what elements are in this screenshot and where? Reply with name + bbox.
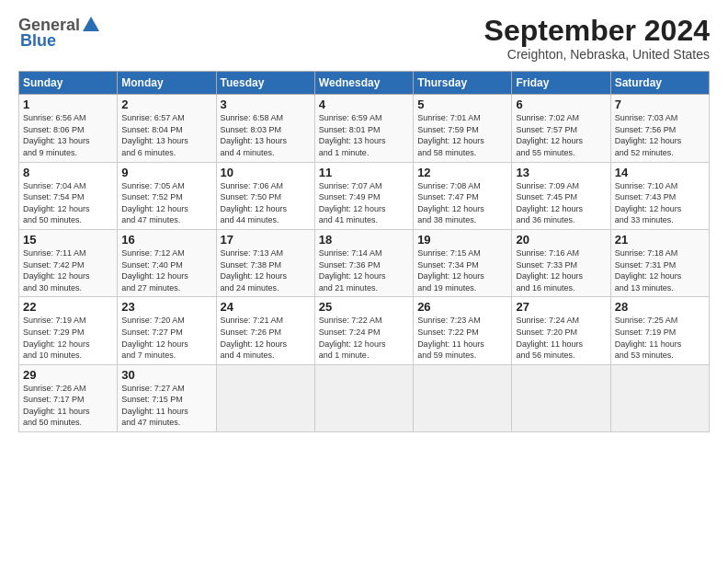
day-number: 9 bbox=[121, 166, 211, 179]
calendar-cell: 19Sunrise: 7:15 AMSunset: 7:34 PMDayligh… bbox=[414, 229, 512, 296]
calendar-cell bbox=[610, 364, 709, 431]
day-info: Sunrise: 7:01 AMSunset: 7:59 PMDaylight:… bbox=[417, 112, 507, 158]
day-info: Sunrise: 7:20 AMSunset: 7:27 PMDaylight:… bbox=[121, 315, 211, 361]
day-info: Sunrise: 7:19 AMSunset: 7:29 PMDaylight:… bbox=[23, 315, 113, 361]
calendar-cell: 13Sunrise: 7:09 AMSunset: 7:45 PMDayligh… bbox=[512, 162, 610, 229]
calendar-cell: 27Sunrise: 7:24 AMSunset: 7:20 PMDayligh… bbox=[512, 297, 610, 364]
calendar-table: SundayMondayTuesdayWednesdayThursdayFrid… bbox=[18, 71, 710, 432]
day-number: 6 bbox=[516, 98, 606, 111]
day-info: Sunrise: 7:06 AMSunset: 7:50 PMDaylight:… bbox=[221, 180, 311, 226]
calendar-cell: 12Sunrise: 7:08 AMSunset: 7:47 PMDayligh… bbox=[414, 162, 512, 229]
day-number: 1 bbox=[23, 98, 113, 111]
week-row-2: 8Sunrise: 7:04 AMSunset: 7:54 PMDaylight… bbox=[19, 162, 710, 229]
calendar-title: September 2024 bbox=[484, 15, 710, 47]
calendar-cell: 11Sunrise: 7:07 AMSunset: 7:49 PMDayligh… bbox=[314, 162, 413, 229]
day-number: 18 bbox=[319, 233, 409, 247]
calendar-cell: 6Sunrise: 7:02 AMSunset: 7:57 PMDaylight… bbox=[512, 95, 610, 162]
calendar-cell: 18Sunrise: 7:14 AMSunset: 7:36 PMDayligh… bbox=[314, 229, 413, 296]
day-number: 11 bbox=[319, 166, 409, 179]
header-day-sunday: Sunday bbox=[19, 72, 118, 95]
header-day-monday: Monday bbox=[118, 72, 216, 95]
calendar-cell: 20Sunrise: 7:16 AMSunset: 7:33 PMDayligh… bbox=[512, 229, 610, 296]
logo: General Blue bbox=[18, 15, 102, 51]
day-info: Sunrise: 7:12 AMSunset: 7:40 PMDaylight:… bbox=[121, 247, 211, 293]
svg-marker-0 bbox=[83, 17, 99, 31]
week-row-1: 1Sunrise: 6:56 AMSunset: 8:06 PMDaylight… bbox=[19, 95, 710, 162]
day-info: Sunrise: 7:02 AMSunset: 7:57 PMDaylight:… bbox=[516, 112, 606, 158]
day-info: Sunrise: 7:16 AMSunset: 7:33 PMDaylight:… bbox=[516, 247, 606, 293]
day-number: 2 bbox=[121, 98, 211, 111]
day-info: Sunrise: 7:13 AMSunset: 7:38 PMDaylight:… bbox=[221, 247, 311, 293]
title-block: September 2024 Creighton, Nebraska, Unit… bbox=[484, 15, 710, 62]
day-info: Sunrise: 6:56 AMSunset: 8:06 PMDaylight:… bbox=[23, 112, 113, 158]
header-day-saturday: Saturday bbox=[610, 72, 709, 95]
day-number: 3 bbox=[221, 98, 311, 111]
day-number: 4 bbox=[319, 98, 409, 111]
day-number: 22 bbox=[23, 300, 113, 314]
day-info: Sunrise: 7:09 AMSunset: 7:45 PMDaylight:… bbox=[516, 180, 606, 226]
day-number: 10 bbox=[221, 166, 311, 179]
calendar-cell: 7Sunrise: 7:03 AMSunset: 7:56 PMDaylight… bbox=[610, 95, 709, 162]
day-info: Sunrise: 7:03 AMSunset: 7:56 PMDaylight:… bbox=[615, 112, 705, 158]
day-info: Sunrise: 7:15 AMSunset: 7:34 PMDaylight:… bbox=[417, 247, 507, 293]
calendar-cell: 17Sunrise: 7:13 AMSunset: 7:38 PMDayligh… bbox=[216, 229, 314, 296]
calendar-cell: 1Sunrise: 6:56 AMSunset: 8:06 PMDaylight… bbox=[19, 95, 118, 162]
calendar-cell: 14Sunrise: 7:10 AMSunset: 7:43 PMDayligh… bbox=[610, 162, 709, 229]
day-number: 12 bbox=[417, 166, 507, 179]
day-info: Sunrise: 7:22 AMSunset: 7:24 PMDaylight:… bbox=[319, 315, 409, 361]
calendar-cell: 10Sunrise: 7:06 AMSunset: 7:50 PMDayligh… bbox=[216, 162, 314, 229]
calendar-cell: 28Sunrise: 7:25 AMSunset: 7:19 PMDayligh… bbox=[610, 297, 709, 364]
calendar-cell: 24Sunrise: 7:21 AMSunset: 7:26 PMDayligh… bbox=[216, 297, 314, 364]
week-row-5: 29Sunrise: 7:26 AMSunset: 7:17 PMDayligh… bbox=[19, 364, 710, 431]
calendar-cell: 15Sunrise: 7:11 AMSunset: 7:42 PMDayligh… bbox=[19, 229, 118, 296]
day-number: 15 bbox=[23, 233, 113, 247]
day-number: 16 bbox=[121, 233, 211, 247]
day-number: 23 bbox=[121, 300, 211, 314]
calendar-cell: 26Sunrise: 7:23 AMSunset: 7:22 PMDayligh… bbox=[414, 297, 512, 364]
calendar-cell: 8Sunrise: 7:04 AMSunset: 7:54 PMDaylight… bbox=[19, 162, 118, 229]
calendar-cell: 23Sunrise: 7:20 AMSunset: 7:27 PMDayligh… bbox=[118, 297, 216, 364]
day-info: Sunrise: 7:04 AMSunset: 7:54 PMDaylight:… bbox=[23, 180, 113, 226]
day-number: 28 bbox=[615, 300, 705, 314]
calendar-cell bbox=[216, 364, 314, 431]
calendar-cell: 4Sunrise: 6:59 AMSunset: 8:01 PMDaylight… bbox=[314, 95, 413, 162]
calendar-cell: 25Sunrise: 7:22 AMSunset: 7:24 PMDayligh… bbox=[314, 297, 413, 364]
day-info: Sunrise: 7:26 AMSunset: 7:17 PMDaylight:… bbox=[23, 383, 113, 429]
day-info: Sunrise: 7:10 AMSunset: 7:43 PMDaylight:… bbox=[615, 180, 705, 226]
day-number: 5 bbox=[417, 98, 507, 111]
calendar-cell: 30Sunrise: 7:27 AMSunset: 7:15 PMDayligh… bbox=[118, 364, 216, 431]
day-number: 25 bbox=[319, 300, 409, 314]
day-info: Sunrise: 7:21 AMSunset: 7:26 PMDaylight:… bbox=[221, 315, 311, 361]
week-row-3: 15Sunrise: 7:11 AMSunset: 7:42 PMDayligh… bbox=[19, 229, 710, 296]
day-info: Sunrise: 7:08 AMSunset: 7:47 PMDaylight:… bbox=[417, 180, 507, 226]
day-info: Sunrise: 7:24 AMSunset: 7:20 PMDaylight:… bbox=[516, 315, 606, 361]
header-day-friday: Friday bbox=[512, 72, 610, 95]
day-number: 29 bbox=[23, 368, 113, 382]
day-number: 27 bbox=[516, 300, 606, 314]
header-day-wednesday: Wednesday bbox=[314, 72, 413, 95]
day-info: Sunrise: 7:14 AMSunset: 7:36 PMDaylight:… bbox=[319, 247, 409, 293]
calendar-cell: 5Sunrise: 7:01 AMSunset: 7:59 PMDaylight… bbox=[414, 95, 512, 162]
day-info: Sunrise: 7:27 AMSunset: 7:15 PMDaylight:… bbox=[121, 383, 211, 429]
day-info: Sunrise: 6:59 AMSunset: 8:01 PMDaylight:… bbox=[319, 112, 409, 158]
day-number: 17 bbox=[221, 233, 311, 247]
day-number: 30 bbox=[121, 368, 211, 382]
day-number: 13 bbox=[516, 166, 606, 179]
page: General Blue September 2024 Creighton, N… bbox=[0, 0, 728, 563]
day-number: 19 bbox=[417, 233, 507, 247]
calendar-cell: 29Sunrise: 7:26 AMSunset: 7:17 PMDayligh… bbox=[19, 364, 118, 431]
day-number: 26 bbox=[417, 300, 507, 314]
day-number: 7 bbox=[615, 98, 705, 111]
calendar-cell bbox=[512, 364, 610, 431]
header-day-thursday: Thursday bbox=[414, 72, 512, 95]
day-info: Sunrise: 7:18 AMSunset: 7:31 PMDaylight:… bbox=[615, 247, 705, 293]
calendar-cell: 21Sunrise: 7:18 AMSunset: 7:31 PMDayligh… bbox=[610, 229, 709, 296]
day-number: 24 bbox=[221, 300, 311, 314]
header-row: SundayMondayTuesdayWednesdayThursdayFrid… bbox=[19, 72, 710, 95]
day-info: Sunrise: 7:25 AMSunset: 7:19 PMDaylight:… bbox=[615, 315, 705, 361]
calendar-cell: 16Sunrise: 7:12 AMSunset: 7:40 PMDayligh… bbox=[118, 229, 216, 296]
calendar-cell: 2Sunrise: 6:57 AMSunset: 8:04 PMDaylight… bbox=[118, 95, 216, 162]
calendar-cell: 9Sunrise: 7:05 AMSunset: 7:52 PMDaylight… bbox=[118, 162, 216, 229]
logo-icon bbox=[81, 15, 101, 35]
day-number: 20 bbox=[516, 233, 606, 247]
